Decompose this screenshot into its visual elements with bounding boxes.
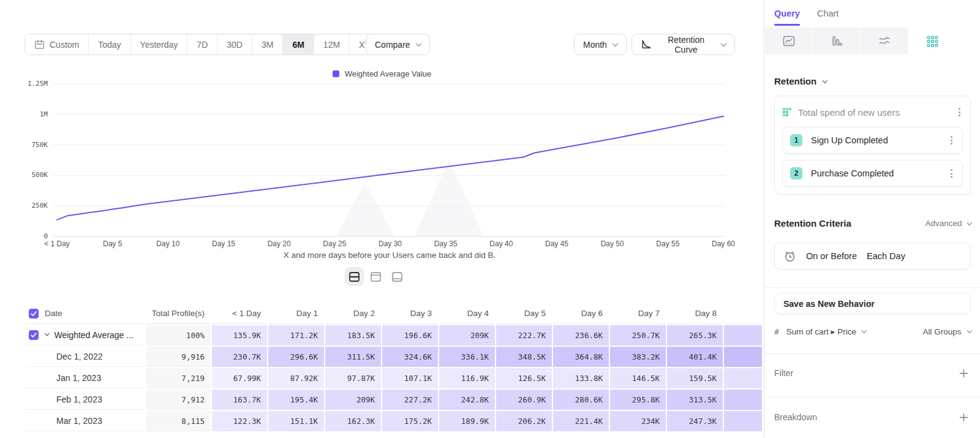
y-tick-label: 250K [10, 202, 48, 210]
row-label: Dec 1, 2022 [56, 352, 103, 361]
flows-chart-type-button[interactable] [861, 28, 908, 55]
criteria-interval-dropdown[interactable]: Each Day [867, 251, 905, 261]
total-profiles-cell: 9,916 [146, 347, 211, 367]
table-row: Feb 1, 20237,912163.7K195.4K209K227.2K24… [24, 390, 763, 410]
column-header--1-day: < 1 Day [212, 303, 267, 324]
retention-cell-day-4: 189.9K [439, 411, 495, 431]
retention-chart: 1.25M1M750K500K250K0 < 1 DayDay 5Day 10D… [0, 0, 764, 288]
x-tick-label: Day 55 [640, 240, 695, 248]
criteria-timing-dropdown[interactable]: On or Before [806, 251, 857, 261]
retention-cell-day-6: 221.4K [553, 411, 609, 431]
behavior-step-1[interactable]: 1Sign Up Completed [782, 127, 963, 154]
retention-cell-day-4: 209K [439, 325, 495, 345]
add-breakdown-button[interactable] [956, 410, 971, 425]
retention-cell-day-7: 383.2K [610, 347, 666, 367]
retention-cell-partial [724, 368, 762, 388]
retention-mini-icon [782, 107, 792, 117]
retention-cell-day-3: 227.2K [382, 390, 438, 410]
step-number-badge: 1 [790, 134, 802, 146]
plus-icon [959, 413, 968, 422]
retention-cell-day-2: 183.5K [325, 325, 381, 345]
row-label: Mar 1, 2023 [56, 416, 102, 426]
retention-cell-day-3: 196.6K [382, 325, 438, 345]
retention-cell-day-1: 296.6K [268, 347, 324, 367]
retention-cell-day-2: 209K [325, 390, 381, 410]
table-row: Mar 1, 20238,115122.3K151.1K162.3K175.2K… [24, 411, 763, 431]
funnels-icon [830, 35, 843, 47]
funnels-chart-type-button[interactable] [813, 28, 861, 55]
date-cell: Jan 1, 2023 [24, 368, 145, 388]
divider [764, 396, 980, 397]
filter-label: Filter [774, 368, 793, 378]
retention-cell-day-8: 313.5K [667, 390, 723, 410]
column-header-day-5: Day 5 [496, 303, 552, 324]
retention-cell-day-0: 163.7K [212, 390, 267, 410]
number-property-icon: # [774, 327, 779, 336]
retention-table: DateTotal Profile(s)< 1 DayDay 1Day 2Day… [24, 303, 763, 432]
retention-section-dropdown[interactable]: Retention [774, 76, 827, 86]
retention-icon [926, 35, 939, 48]
behavior-title: Total spend of new users [798, 107, 950, 118]
filter-section: Filter [774, 366, 971, 380]
retention-cell-day-7: 234K [610, 411, 666, 431]
panel-tabs: Query Chart [774, 0, 839, 27]
retention-cell-day-3: 107.1K [382, 368, 438, 388]
report-canvas: CustomTodayYesterday7D30D3M6M12MXTD Comp… [0, 0, 764, 438]
chevron-down-icon [967, 220, 971, 225]
row-checkbox[interactable] [29, 330, 39, 340]
retention-cell-day-8: 265.3K [667, 325, 723, 345]
criteria-label: Retention Criteria [774, 218, 851, 228]
total-profiles-cell: 7,219 [146, 368, 211, 388]
step-number-badge: 2 [790, 167, 802, 179]
split-view-button[interactable] [345, 267, 364, 286]
behavior-header: Total spend of new users [782, 104, 963, 121]
chart-only-button[interactable] [366, 267, 385, 286]
select-all-checkbox[interactable] [29, 309, 39, 319]
retention-cell-day-4: 116.9K [439, 368, 495, 388]
retention-cell-day-0: 135.9K [212, 325, 267, 345]
date-cell: Weighted Average ... [24, 325, 145, 345]
retention-chart-type-button[interactable] [908, 28, 956, 55]
date-column-header: Date [24, 303, 145, 324]
step-menu-button[interactable] [948, 167, 955, 180]
retention-cell-day-8: 159.5K [667, 368, 723, 388]
retention-cell-day-8: 247.3K [667, 411, 723, 431]
x-tick-label: Day 50 [585, 240, 640, 248]
column-header-day-7: Day 7 [610, 303, 666, 324]
insights-chart-type-button[interactable] [765, 28, 813, 55]
x-tick-label: Day 40 [473, 240, 529, 248]
criteria-mode-dropdown[interactable]: Advanced [925, 219, 971, 228]
retention-criteria-header: Retention Criteria Advanced [774, 218, 971, 228]
retention-cell-partial [724, 325, 762, 345]
add-filter-button[interactable] [956, 366, 971, 380]
behavior-step-2[interactable]: 2Purchase Completed [782, 160, 963, 187]
tab-query[interactable]: Query [774, 0, 800, 27]
step-menu-button[interactable] [948, 134, 955, 147]
behavior-menu-button[interactable] [956, 105, 963, 119]
total-profiles-cell: 7,912 [146, 390, 211, 410]
retention-cell-day-2: 97.87K [325, 368, 381, 388]
x-tick-label: Day 30 [363, 240, 418, 248]
tab-chart[interactable]: Chart [817, 0, 839, 27]
retention-cell-day-5: 222.7K [496, 325, 552, 345]
alarm-clock-icon [783, 250, 796, 263]
retention-report: CustomTodayYesterday7D30D3M6M12MXTD Comp… [0, 0, 980, 438]
groups-selector[interactable]: All Groups [922, 327, 971, 336]
x-tick-label: Day 45 [529, 240, 584, 248]
retention-cell-partial [724, 390, 762, 410]
property-selector[interactable]: Sum of cart ▸ Price [786, 327, 916, 336]
retention-cell-day-4: 242.8K [439, 390, 495, 410]
retention-cell-day-2: 162.3K [325, 411, 381, 431]
retention-cell-day-4: 336.1K [439, 347, 495, 367]
retention-cell-day-7: 146.5K [610, 368, 666, 388]
behavior-card: Total spend of new users 1Sign Up Comple… [774, 96, 971, 195]
x-axis-caption: X and more days before your Users came b… [53, 251, 726, 260]
step-event-label: Sign Up Completed [811, 135, 940, 145]
retention-cell-day-0: 67.99K [212, 368, 267, 388]
y-tick-label: 500K [10, 171, 48, 179]
table-only-button[interactable] [388, 267, 407, 286]
y-tick-label: 1M [10, 110, 48, 118]
expand-row-chevron[interactable] [45, 331, 50, 336]
active-tab-underline [774, 24, 800, 26]
save-behavior-button[interactable]: Save as New Behavior [774, 293, 971, 314]
